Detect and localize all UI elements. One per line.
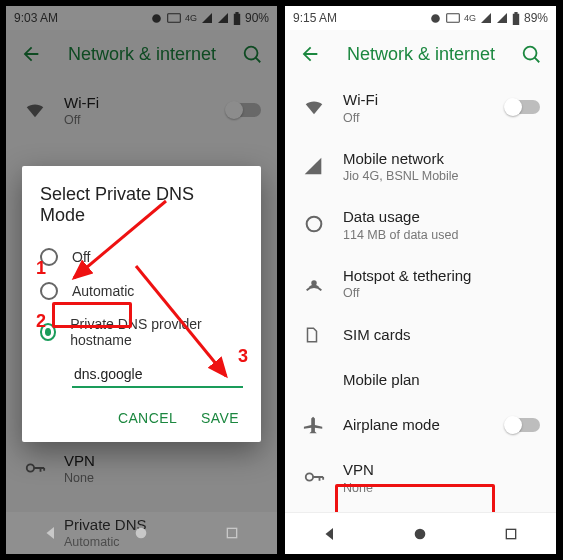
nav-recent-icon[interactable] [491,514,531,554]
app-bar: Network & internet [285,30,556,78]
wifi-toggle[interactable] [506,100,540,114]
sim-icon [303,324,343,346]
wifi-label: Wi-Fi [343,90,498,110]
nav-bar [6,512,277,554]
vpn-sub: None [343,481,540,495]
key-icon [303,466,343,488]
radio-icon [40,323,56,341]
hotspot-icon [303,272,343,294]
plan-label: Mobile plan [343,370,540,390]
nav-recent-icon[interactable] [212,513,252,553]
status-icons: 4G 89% [429,11,548,25]
mobile-sub: Jio 4G, BSNL Mobile [343,169,540,183]
dialog-actions: CANCEL SAVE [40,392,243,434]
row-airplane[interactable]: Airplane mode [285,402,556,448]
sim-label: SIM cards [343,325,540,345]
save-button[interactable]: SAVE [201,410,239,426]
airplane-toggle[interactable] [506,418,540,432]
row-vpn[interactable]: VPNNone [285,448,556,507]
vpn-label: VPN [343,460,540,480]
dialog-title: Select Private DNS Mode [40,184,243,226]
page-title: Network & internet [347,44,514,65]
hotspot-sub: Off [343,286,540,300]
svg-point-5 [136,528,147,539]
radio-auto-label: Automatic [72,283,134,299]
radio-off-label: Off [72,249,90,265]
status-time: 9:15 AM [293,11,337,25]
svg-rect-6 [227,528,236,537]
battery-icon [512,12,520,25]
data-label: Data usage [343,207,540,227]
private-dns-dialog: Select Private DNS Mode Off Automatic Pr… [22,166,261,442]
phone-right: 9:15 AM 4G 89% Network & internet Wi-FiO… [283,4,558,556]
signal-icon-2 [496,12,508,24]
dns-hostname-input[interactable]: dns.google [72,362,243,388]
battery-pct: 89% [524,11,548,25]
row-hotspot[interactable]: Hotspot & tetheringOff [285,254,556,313]
net-badge: 4G [464,13,476,23]
airplane-icon [303,414,343,436]
volte-icon [446,13,460,23]
settings-list: Wi-FiOff Mobile networkJio 4G, BSNL Mobi… [285,78,556,556]
radio-automatic[interactable]: Automatic [40,274,243,308]
svg-point-10 [312,281,316,285]
svg-point-11 [306,474,313,481]
nav-home-icon[interactable] [400,514,440,554]
row-wifi[interactable]: Wi-FiOff [285,78,556,137]
nav-back-icon[interactable] [31,513,71,553]
radio-icon [40,248,58,266]
svg-rect-13 [506,529,515,538]
hotspot-label: Hotspot & tethering [343,266,540,286]
alarm-icon [429,12,442,25]
back-icon[interactable] [293,37,327,71]
search-icon[interactable] [514,37,548,71]
svg-rect-7 [447,14,460,22]
mobile-label: Mobile network [343,149,540,169]
svg-point-8 [524,47,537,60]
row-mobile[interactable]: Mobile networkJio 4G, BSNL Mobile [285,137,556,196]
radio-host-label: Private DNS provider hostname [70,316,243,348]
nav-bar [285,512,556,554]
row-mobile-plan[interactable]: Mobile plan [285,358,556,402]
phone-left: 9:03 AM 4G 90% Network & internet Wi-FiO… [4,4,279,556]
row-sim[interactable]: SIM cards [285,312,556,358]
svg-point-9 [307,217,322,232]
data-sub: 114 MB of data used [343,228,540,242]
wifi-sub: Off [343,111,498,125]
nav-back-icon[interactable] [310,514,350,554]
row-data-usage[interactable]: Data usage114 MB of data used [285,195,556,254]
wifi-icon [303,96,343,118]
radio-icon [40,282,58,300]
data-usage-icon [303,213,343,235]
status-bar: 9:15 AM 4G 89% [285,6,556,30]
signal-icon [303,156,343,176]
air-label: Airplane mode [343,415,498,435]
signal-icon [480,12,492,24]
radio-hostname[interactable]: Private DNS provider hostname [40,308,243,356]
nav-home-icon[interactable] [121,513,161,553]
cancel-button[interactable]: CANCEL [118,410,177,426]
svg-point-12 [415,528,426,539]
radio-off[interactable]: Off [40,240,243,274]
